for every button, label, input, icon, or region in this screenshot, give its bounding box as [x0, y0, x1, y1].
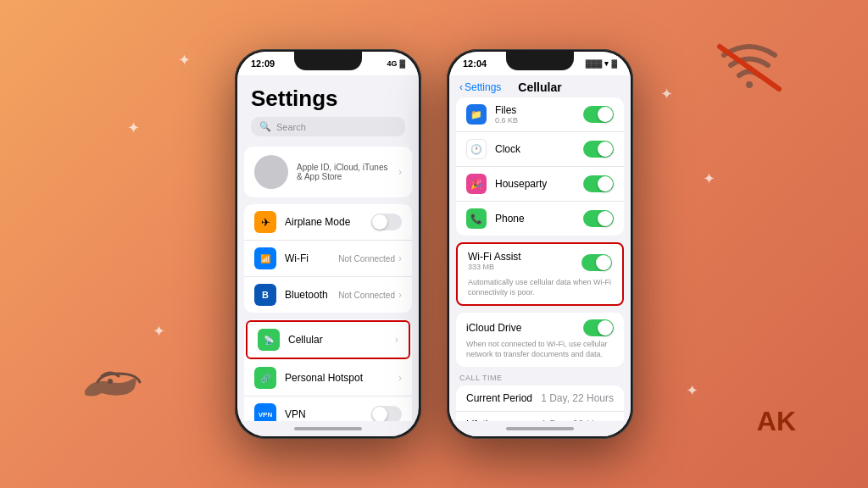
- bluetooth-chevron-icon: ›: [398, 289, 402, 301]
- status-icons-right: ▓▓▓ ▾ ▓: [586, 59, 617, 68]
- vpn-toggle[interactable]: [371, 406, 402, 421]
- notch-left: [294, 52, 362, 70]
- bluetooth-label: Bluetooth: [285, 289, 338, 301]
- nav-bar: ‹ Settings Cellular: [449, 75, 631, 97]
- clock-label: Clock: [495, 143, 583, 155]
- profile-name: Apple ID, iCloud, iTunes & App Store: [297, 163, 390, 181]
- bluetooth-icon: B: [254, 284, 276, 306]
- phone-settings: 12:09 4G ▓ Settings 🔍 Search: [235, 49, 421, 439]
- settings-title: Settings: [251, 82, 405, 117]
- airplane-toggle[interactable]: [371, 214, 402, 230]
- notch-right: [506, 52, 574, 70]
- settings-list: Apple ID, iCloud, iTunes & App Store › ✈…: [237, 147, 419, 421]
- clock-toggle[interactable]: [583, 141, 614, 158]
- call-time-current: Current Period 1 Day, 22 Hours: [456, 385, 624, 412]
- home-indicator-right: [449, 421, 631, 436]
- wifi-assist-toggle[interactable]: [581, 254, 612, 271]
- status-icons-left: 4G ▓: [387, 59, 405, 68]
- files-size: 0.6 KB: [495, 116, 583, 125]
- icloud-drive-row[interactable]: iCloud Drive When not connected to Wi-Fi…: [456, 313, 624, 366]
- call-time-lifetime: Lifetime 1 Day, 22 Hours: [456, 412, 624, 421]
- wifi-icon: 📶: [254, 247, 276, 269]
- phone-right-inner: 12:04 ▓▓▓ ▾ ▓ ‹ Settings Cellular: [449, 52, 631, 436]
- houseparty-icon: 🎉: [466, 174, 487, 194]
- home-indicator-left: [237, 421, 419, 436]
- wifi-label: Wi-Fi: [285, 252, 338, 264]
- signal-right: ▓▓▓: [586, 59, 603, 68]
- cellular-label: Cellular: [288, 334, 395, 346]
- sparkle-6: ✦: [660, 85, 673, 103]
- battery-left: ▓: [399, 59, 405, 68]
- bluetooth-value: Not Connected: [338, 291, 395, 300]
- cellular-screen: ‹ Settings Cellular 📁 Files 0.6 KB: [449, 75, 631, 436]
- settings-row-bluetooth[interactable]: B Bluetooth Not Connected ›: [244, 277, 412, 313]
- wifi-hand-decoration: [76, 336, 144, 403]
- sparkle-4: ✦: [703, 169, 715, 188]
- call-time-group: CALL TIME Current Period 1 Day, 22 Hours…: [456, 374, 624, 421]
- phones-container: 12:09 4G ▓ Settings 🔍 Search: [235, 49, 633, 439]
- profile-info: Apple ID, iCloud, iTunes & App Store: [297, 163, 390, 181]
- search-placeholder: Search: [276, 122, 306, 132]
- files-toggle[interactable]: [583, 106, 614, 123]
- home-bar-left: [294, 427, 362, 430]
- settings-group-connectivity: ✈ Airplane Mode 📶 Wi-Fi Not Connected › …: [244, 204, 412, 313]
- houseparty-toggle[interactable]: [583, 175, 614, 192]
- profile-chevron-icon: ›: [398, 166, 402, 178]
- icloud-label: iCloud Drive: [466, 322, 583, 334]
- nav-back-button[interactable]: ‹ Settings: [459, 81, 501, 93]
- battery-right: ▓: [611, 59, 617, 68]
- sparkle-1: ✦: [178, 51, 191, 69]
- icloud-toggle[interactable]: [583, 319, 614, 336]
- time-left: 12:09: [251, 58, 275, 69]
- hotspot-label: Personal Hotspot: [285, 372, 398, 384]
- cellular-row-files[interactable]: 📁 Files 0.6 KB: [456, 97, 624, 132]
- settings-header: Settings 🔍 Search: [237, 75, 419, 147]
- cellular-chevron-icon: ›: [395, 334, 398, 346]
- call-time-header: CALL TIME: [456, 374, 624, 385]
- ak-watermark: AK: [757, 406, 796, 437]
- files-label: Files: [495, 104, 583, 116]
- wifi-status-right: ▾: [604, 59, 609, 68]
- settings-row-cellular[interactable]: 📡 Cellular ›: [246, 320, 410, 359]
- wifi-chevron-icon: ›: [398, 252, 402, 264]
- cellular-apps-group: 📁 Files 0.6 KB 🕐 Clock: [456, 97, 624, 236]
- profile-row[interactable]: Apple ID, iCloud, iTunes & App Store ›: [244, 147, 412, 197]
- sparkle-3: ✦: [153, 322, 165, 341]
- wifi-assist-label: Wi-Fi Assist: [468, 251, 521, 263]
- search-icon: 🔍: [259, 121, 271, 132]
- wifi-assist-top: Wi-Fi Assist 333 MB: [468, 251, 612, 274]
- files-icon: 📁: [466, 104, 487, 125]
- phone-toggle[interactable]: [583, 210, 614, 227]
- cellular-row-houseparty[interactable]: 🎉 Houseparty: [456, 167, 624, 202]
- settings-row-hotspot[interactable]: 🔗 Personal Hotspot ›: [244, 360, 412, 396]
- phone-cellular: 12:04 ▓▓▓ ▾ ▓ ‹ Settings Cellular: [447, 49, 633, 439]
- svg-point-0: [746, 81, 753, 88]
- airplane-label: Airplane Mode: [285, 216, 371, 228]
- settings-row-airplane[interactable]: ✈ Airplane Mode: [244, 204, 412, 241]
- settings-group-cellular: 📡 Cellular › 🔗 Personal Hotspot › VPN VP…: [244, 319, 412, 421]
- houseparty-label: Houseparty: [495, 178, 583, 190]
- icloud-description: When not connected to Wi-Fi, use cellula…: [466, 340, 614, 359]
- cellular-row-phone[interactable]: 📞 Phone: [456, 202, 624, 236]
- wifi-slash-decoration: [715, 42, 783, 93]
- nav-title: Cellular: [518, 80, 561, 94]
- wifi-assist-row[interactable]: Wi-Fi Assist 333 MB Automatically use ce…: [456, 242, 624, 306]
- vpn-label: VPN: [285, 408, 371, 420]
- call-time-rows: Current Period 1 Day, 22 Hours Lifetime …: [456, 385, 624, 421]
- avatar: [254, 155, 288, 189]
- clock-icon: 🕐: [466, 139, 487, 159]
- settings-row-vpn[interactable]: VPN VPN: [244, 396, 412, 421]
- wifi-assist-description: Automatically use cellular data when Wi-…: [468, 278, 612, 297]
- home-bar-right: [506, 427, 574, 430]
- back-label: Settings: [465, 81, 501, 93]
- wifi-assist-sublabel: 333 MB: [468, 263, 521, 271]
- hotspot-icon: 🔗: [254, 367, 276, 389]
- cellular-icon: 📡: [258, 329, 280, 351]
- settings-row-wifi[interactable]: 📶 Wi-Fi Not Connected ›: [244, 241, 412, 277]
- time-right: 12:04: [463, 58, 487, 69]
- search-bar[interactable]: 🔍 Search: [251, 117, 405, 136]
- settings-screen: Settings 🔍 Search Apple ID, iCloud, iTun…: [237, 75, 419, 436]
- icloud-top: iCloud Drive: [466, 319, 614, 336]
- vpn-icon: VPN: [254, 403, 276, 421]
- cellular-row-clock[interactable]: 🕐 Clock: [456, 132, 624, 167]
